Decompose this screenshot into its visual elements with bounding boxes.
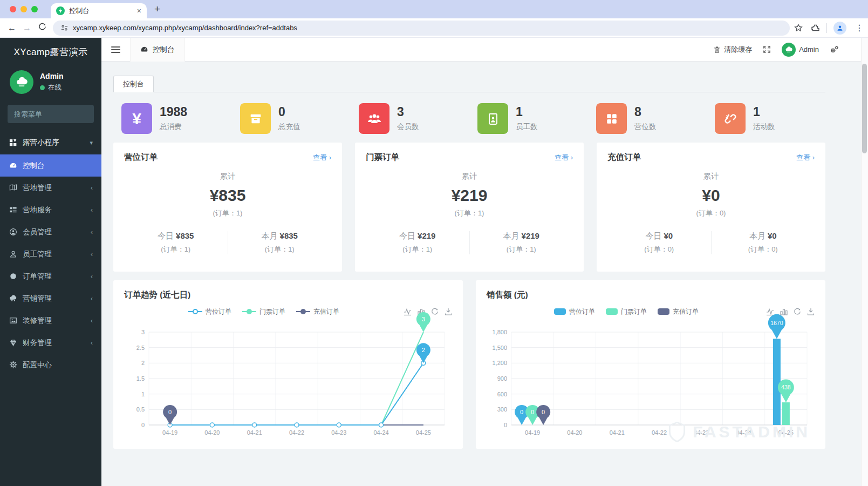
- browser-menu-icon[interactable]: ⋮: [855, 23, 864, 33]
- back-button[interactable]: ←: [4, 23, 19, 33]
- sidebar-item-camp-services[interactable]: 营地服务 ‹: [0, 199, 101, 221]
- card-ticket-orders: 门票订单 查看 › 累计 ¥219 (订单：1) 今日¥219: [355, 143, 584, 272]
- browser-window: 控制台 × + ← → xycamp.xykeep.com/xycamp.php…: [0, 0, 868, 486]
- sidebar-item-config-center[interactable]: 配置中心: [0, 354, 101, 376]
- legend-item[interactable]: 充值订单: [296, 307, 339, 316]
- menu-search-input[interactable]: [14, 110, 109, 118]
- legend-item[interactable]: 充值订单: [658, 307, 699, 316]
- legend-swatch: [554, 308, 566, 315]
- month-stat: 本月¥219 (订单：1): [470, 231, 573, 254]
- user-avatar: [782, 43, 796, 57]
- zoom-window-button[interactable]: [31, 6, 38, 12]
- brand-title: XYcamp露营演示: [0, 38, 101, 66]
- content-tab-dashboard[interactable]: 控制台: [113, 76, 154, 92]
- fullscreen-button[interactable]: [763, 45, 771, 53]
- legend-item[interactable]: 门票订单: [606, 307, 647, 316]
- order-trend-line-chart: 00.511.522.5304-1904-2004-2104-2204-2304…: [124, 319, 452, 444]
- gear-icon: [9, 361, 17, 369]
- toolbar-divider: [826, 23, 827, 33]
- refresh-icon[interactable]: [431, 308, 439, 315]
- url-text[interactable]: xycamp.xykeep.com/xycamp.php/xycamp/dash…: [73, 24, 297, 32]
- download-icon[interactable]: [807, 308, 815, 315]
- refresh-icon[interactable]: [794, 308, 801, 315]
- sidebar-item-label: 装修管理: [23, 316, 52, 326]
- view-link[interactable]: 查看 ›: [796, 153, 815, 163]
- sidebar-item-label: 营地管理: [23, 183, 52, 193]
- sidebar-item-marketing-management[interactable]: 营销管理 ‹: [0, 287, 101, 309]
- sidebar-toggle-button[interactable]: [101, 46, 130, 53]
- image-icon: [9, 316, 17, 325]
- sidebar-item-finance-management[interactable]: 财务管理 ‹: [0, 332, 101, 354]
- stat-total-recharge: 0 总充值: [232, 103, 351, 134]
- order-trend-chart-card: 订单趋势 (近七日) 营位订单 门票订单 充值订单: [113, 280, 463, 449]
- extensions-icon[interactable]: [811, 24, 820, 32]
- card-campsite-orders: 营位订单 查看 › 累计 ¥835 (订单：1) 今日¥835: [113, 143, 342, 272]
- site-settings-icon[interactable]: [60, 24, 69, 32]
- chevron-left-icon: ‹: [91, 295, 93, 302]
- card-title: 营位订单: [124, 152, 158, 163]
- sidebar-item-staff-management[interactable]: 员工管理 ‹: [0, 243, 101, 265]
- svg-text:04-20: 04-20: [204, 429, 220, 436]
- dashboard-icon: [140, 45, 148, 53]
- user-name: Admin: [40, 72, 64, 80]
- clear-cache-button[interactable]: 清除缓存: [713, 45, 752, 55]
- stats-row: ¥ 1988 总消费 0 总充值: [113, 103, 825, 134]
- minimize-window-button[interactable]: [20, 6, 27, 12]
- new-tab-button[interactable]: +: [154, 3, 160, 15]
- close-window-button[interactable]: [10, 6, 16, 12]
- stat-value: 1988: [160, 105, 187, 119]
- staff-icon: [9, 250, 17, 258]
- legend-item[interactable]: 营位订单: [188, 307, 231, 316]
- sidebar-item-decoration-management[interactable]: 装修管理 ‹: [0, 309, 101, 332]
- profile-avatar[interactable]: [833, 22, 846, 35]
- chart-toolbox: [766, 308, 815, 316]
- reload-button[interactable]: [35, 23, 50, 33]
- line-chart-icon[interactable]: [404, 308, 412, 316]
- topbar-user-menu[interactable]: Admin: [782, 43, 819, 57]
- line-chart-icon[interactable]: [766, 308, 774, 316]
- settings-button[interactable]: [830, 45, 839, 53]
- svg-text:1,500: 1,500: [492, 345, 507, 351]
- sidebar-item-member-management[interactable]: 会员管理 ‹: [0, 221, 101, 243]
- online-status-dot: [40, 85, 45, 90]
- browser-tab[interactable]: 控制台 ×: [51, 3, 147, 18]
- download-icon[interactable]: [445, 308, 452, 315]
- topbar-user-name: Admin: [799, 45, 819, 53]
- bar-chart-icon[interactable]: [780, 308, 788, 315]
- stat-label: 总充值: [278, 122, 300, 132]
- view-link[interactable]: 查看 ›: [313, 153, 331, 163]
- legend-item[interactable]: 营位订单: [554, 307, 595, 316]
- chevron-left-icon: ‹: [91, 317, 93, 325]
- clear-cache-label: 清除缓存: [724, 45, 752, 55]
- card-recharge-orders: 充值订单 查看 › 累计 ¥0 (订单：0) 今日¥0: [597, 143, 825, 272]
- legend-item[interactable]: 门票订单: [242, 307, 285, 316]
- diamond-icon: [9, 339, 17, 347]
- expand-icon: [763, 45, 771, 53]
- forward-button[interactable]: →: [19, 23, 35, 33]
- page-content: 控制台 ¥ 1988 总消费 0: [101, 62, 868, 486]
- url-bar[interactable]: xycamp.xykeep.com/xycamp.php/xycamp/dash…: [53, 21, 790, 36]
- gears-icon: [830, 45, 839, 53]
- sidebar-item-order-management[interactable]: 订单管理 ‹: [0, 265, 101, 287]
- total-orders: (订单：0): [607, 208, 815, 218]
- svg-text:2: 2: [141, 360, 145, 366]
- sidebar-item-label: 财务管理: [23, 338, 52, 348]
- bookmark-star-icon[interactable]: [794, 24, 803, 32]
- card-title: 充值订单: [607, 152, 641, 163]
- dashboard-icon: [9, 161, 17, 170]
- sidebar-item-camp-management[interactable]: 营地管理 ‹: [0, 177, 101, 199]
- page-scrollbar-track: [861, 38, 868, 486]
- stat-value: 0: [278, 105, 300, 119]
- svg-text:1670: 1670: [770, 320, 783, 326]
- tab-close-icon[interactable]: ×: [137, 7, 141, 15]
- stat-value: 1: [516, 105, 538, 119]
- user-status: 在线: [48, 83, 61, 92]
- sidebar-section-camping-miniapp[interactable]: 露营小程序 ▾: [0, 131, 101, 154]
- app-topbar: 控制台 清除缓存 Admin: [101, 38, 868, 62]
- view-link[interactable]: 查看 ›: [555, 153, 573, 163]
- svg-text:3: 3: [422, 316, 425, 322]
- topnav-tab-dashboard[interactable]: 控制台: [130, 38, 185, 62]
- sidebar-item-dashboard[interactable]: 控制台: [0, 154, 101, 177]
- page-scrollbar-thumb[interactable]: [862, 64, 867, 153]
- stat-label: 会员数: [397, 122, 419, 132]
